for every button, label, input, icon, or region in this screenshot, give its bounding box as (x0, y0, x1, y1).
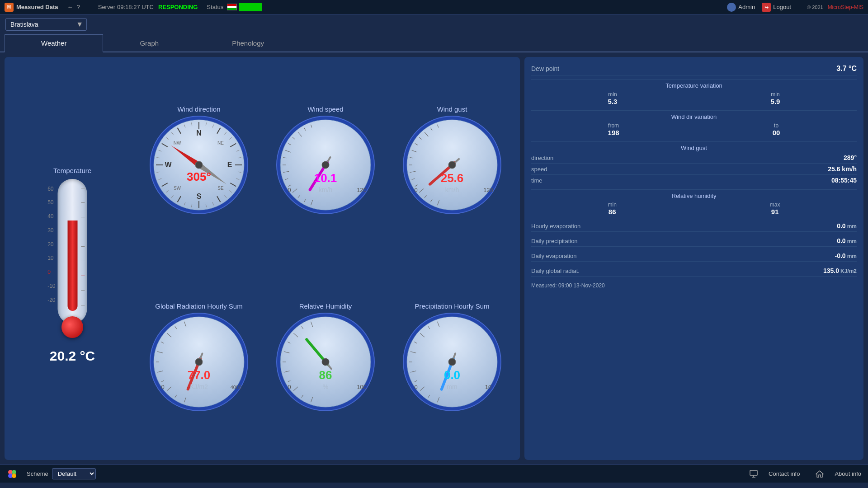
svg-rect-162 (750, 470, 757, 475)
tab-weather[interactable]: Weather (5, 34, 103, 52)
rel-humidity-max-value: 91 (770, 208, 780, 216)
wind-gust-speed-value: 25.6 km/h (828, 165, 857, 173)
wind-speed-svg: 0 120 (276, 115, 375, 215)
thermometer-body: 60 50 40 30 20 10 0 -10 -20 (45, 179, 99, 351)
global-radiation-gauge: Global Radiation Hourly Sum 0 4000 (138, 261, 260, 453)
svg-text:120: 120 (357, 187, 367, 193)
wind-direction-svg: N S E W NE NW SE SW (149, 115, 249, 215)
svg-text:86: 86 (319, 368, 332, 382)
wind-gust-speed-label: speed (531, 166, 547, 173)
status-indicator (239, 3, 262, 11)
wind-gust-svg: 0 120 (402, 115, 502, 215)
daily-precipitation-label: Daily precipitation (531, 238, 578, 244)
svg-text:KJ/m2: KJ/m2 (190, 383, 208, 390)
wind-gust-section: Wind gust direction 289° speed 25.6 km/h… (531, 141, 857, 186)
svg-text:NW: NW (174, 141, 181, 145)
back-button[interactable]: ← (67, 4, 73, 10)
scheme-select[interactable]: Default (52, 468, 96, 479)
help-button[interactable]: ? (76, 4, 80, 10)
dew-point-value: 3.7 °C (836, 65, 857, 73)
svg-text:0: 0 (414, 187, 417, 193)
temp-variation-max-label: min (771, 91, 780, 98)
wind-dir-from-label: from (608, 122, 619, 129)
wind-speed-title: Wind speed (307, 105, 343, 113)
rel-humidity-max-label: max (770, 202, 780, 208)
tab-phenology[interactable]: Phenology (195, 34, 301, 52)
hourly-evaporation-label: Hourly evaporation (531, 223, 580, 230)
server-label: Server (98, 4, 115, 10)
svg-point-48 (195, 161, 203, 169)
flag-icon (227, 4, 237, 10)
temp-variation-min-col: min 5.3 (608, 91, 618, 105)
tabs-bar: Weather Graph Phenology (0, 34, 868, 52)
daily-evaporation-value: -0.0mm (835, 252, 857, 259)
app-title: Measured Data (16, 4, 58, 10)
gauges-panel: Temperature 60 50 40 30 20 10 0 (5, 57, 520, 460)
header-logo: M Measured Data (5, 3, 58, 12)
svg-text:mm: mm (447, 383, 457, 390)
about-info-button[interactable]: About info (835, 470, 861, 477)
wind-direction-title: Wind direction (177, 105, 220, 113)
svg-text:0: 0 (414, 384, 417, 390)
precipitation-svg: 0 10 (402, 312, 502, 412)
contact-info-button[interactable]: Contact info (769, 470, 800, 477)
svg-text:N: N (196, 129, 202, 137)
wind-dir-from-value: 198 (608, 129, 619, 136)
svg-text:NE: NE (217, 141, 224, 145)
svg-point-95 (448, 161, 456, 169)
brand-text: MicroStep-MIS (828, 4, 863, 10)
svg-text:4000: 4000 (231, 385, 241, 390)
svg-text:305°: 305° (187, 170, 211, 183)
measured-timestamp: Measured: 09:00 13-Nov-2020 (531, 282, 857, 289)
precipitation-gauge: Precipitation Hourly Sum 0 10 (391, 261, 513, 453)
wind-gust-gauge: Wind gust 0 120 (391, 64, 513, 256)
global-radiation-title: Global Radiation Hourly Sum (155, 302, 242, 310)
server-time: 09:18:27 UTC (117, 4, 154, 10)
svg-point-135 (322, 358, 329, 366)
location-select-wrapper: Bratislava ▼ (5, 18, 87, 31)
footer: Scheme Default Contact info About info (0, 465, 868, 483)
wind-gust-direction-label: direction (531, 155, 553, 161)
svg-point-161 (12, 474, 16, 478)
daily-evaporation-label: Daily evaporation (531, 253, 576, 259)
wind-dir-variation-title: Wind dir variation (531, 110, 857, 121)
wind-gust-direction-row: direction 289° (531, 152, 857, 164)
daily-global-radiat-label: Daily global radiat. (531, 267, 580, 274)
rel-humidity-min-label: min (608, 202, 616, 208)
wind-dir-variation-values: from 198 to 00 (531, 121, 857, 138)
wind-gust-section-title: Wind gust (531, 141, 857, 152)
logout-button[interactable]: Logout (773, 4, 791, 10)
scheme-label: Scheme Default (27, 468, 96, 479)
svg-text:km/h: km/h (445, 186, 459, 193)
temp-variation-max-value: 5.9 (771, 98, 780, 105)
wind-gust-time-value: 08:55:45 (831, 177, 857, 184)
temp-variation-title: Temperature variation (531, 79, 857, 90)
temp-variation-section: Temperature variation min 5.3 min 5.9 (531, 79, 857, 107)
svg-text:25.6: 25.6 (441, 171, 464, 185)
location-select[interactable]: Bratislava (5, 18, 87, 31)
temp-variation-values: min 5.3 min 5.9 (531, 90, 857, 107)
temp-variation-max-col: min 5.9 (771, 91, 780, 105)
wind-dir-from-col: from 198 (608, 122, 619, 136)
wind-gust-speed-row: speed 25.6 km/h (531, 164, 857, 175)
tab-graph[interactable]: Graph (103, 34, 195, 52)
svg-text:S: S (197, 192, 202, 200)
precipitation-title: Precipitation Hourly Sum (415, 302, 489, 310)
svg-point-155 (448, 358, 456, 366)
wind-gust-direction-value: 289° (844, 154, 857, 161)
wind-direction-gauge: Wind direction (138, 64, 260, 256)
svg-text:100: 100 (357, 384, 367, 390)
svg-point-115 (195, 358, 203, 366)
wind-dir-to-value: 00 (773, 129, 780, 136)
svg-text:W: W (165, 161, 172, 169)
responding-status: RESPONDING (158, 4, 198, 10)
rel-humidity-min-col: min 86 (608, 202, 616, 216)
admin-avatar-icon (727, 3, 736, 12)
relative-humidity-svg: 0 100 (276, 312, 375, 412)
rel-humidity-max-col: max 91 (770, 202, 780, 216)
daily-precipitation-value: 0.0mm (837, 237, 857, 244)
svg-text:%: % (323, 383, 328, 390)
dew-point-row: Dew point 3.7 °C (531, 62, 857, 75)
svg-text:0.0: 0.0 (444, 368, 460, 382)
wind-dir-variation-section: Wind dir variation from 198 to 00 (531, 110, 857, 138)
